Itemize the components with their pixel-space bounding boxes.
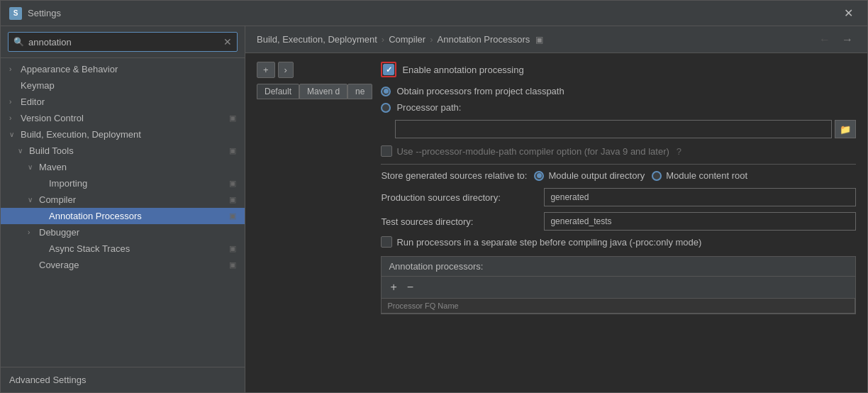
search-input[interactable] xyxy=(8,32,238,52)
sidebar: 🔍 ✕ › Appearance & Behavior Keymap xyxy=(1,26,245,392)
expand-arrow-build-exec: ∨ xyxy=(9,131,18,138)
store-sources-label: Store generated sources relative to: xyxy=(381,170,527,181)
search-icon: 🔍 xyxy=(13,37,24,47)
sidebar-item-compiler[interactable]: ∨ Compiler ▣ xyxy=(1,192,245,208)
ap-toolbar: + − xyxy=(382,277,855,299)
ap-col-header: Processor FQ Name xyxy=(382,299,855,313)
module-content-label: Module content root xyxy=(666,170,747,181)
use-module-path-label: Use --processor-module-path compiler opt… xyxy=(396,146,669,157)
breadcrumb-part-1: Build, Execution, Deployment xyxy=(257,34,377,45)
expand-arrow-editor: › xyxy=(9,98,18,106)
tab-new[interactable]: ne xyxy=(347,84,372,99)
test-sources-label: Test sources directory: xyxy=(381,216,537,227)
sidebar-item-annotation-processors[interactable]: Annotation Processors ▣ xyxy=(1,208,245,224)
forward-button[interactable]: → xyxy=(839,32,856,48)
nav-tree: › Appearance & Behavior Keymap › Editor … xyxy=(1,58,245,367)
module-content-radio[interactable] xyxy=(652,171,662,181)
window-title: Settings xyxy=(28,8,838,18)
sidebar-item-importing[interactable]: Importing ▣ xyxy=(1,175,245,192)
module-output-radio[interactable] xyxy=(534,171,544,181)
arrow-button[interactable]: › xyxy=(278,62,294,78)
advanced-settings-label: Advanced Settings xyxy=(9,375,86,385)
module-output-label: Module output directory xyxy=(548,170,645,181)
expand-arrow-debugger: › xyxy=(28,228,36,236)
ap-section-header: Annotation processors: xyxy=(382,257,855,277)
sidebar-item-label: Maven xyxy=(39,162,236,172)
tab-maven[interactable]: Maven d xyxy=(299,84,347,99)
ap-remove-button[interactable]: − xyxy=(404,279,416,295)
ap-add-button[interactable]: + xyxy=(387,279,399,295)
obtain-processors-label: Obtain processors from project classpath xyxy=(396,86,564,96)
pin-icon-build-tools: ▣ xyxy=(229,146,236,155)
sidebar-item-label: Build Tools xyxy=(29,145,226,156)
advanced-settings-item[interactable]: Advanced Settings xyxy=(1,367,245,392)
processor-path-label: Processor path: xyxy=(396,102,461,113)
sidebar-item-coverage[interactable]: Coverage ▣ xyxy=(1,257,245,273)
settings-window: S Settings ✕ 🔍 ✕ › Appearance & Behavior xyxy=(0,0,868,393)
sidebar-item-version-control[interactable]: › Version Control ▣ xyxy=(1,110,245,126)
test-sources-row: Test sources directory: xyxy=(381,212,856,231)
expand-arrow-appearance: › xyxy=(9,65,18,73)
pin-icon-importing: ▣ xyxy=(229,179,236,188)
processor-path-row: Processor path: xyxy=(381,102,856,113)
sidebar-item-maven[interactable]: ∨ Maven xyxy=(1,159,245,175)
search-wrapper: 🔍 ✕ xyxy=(8,32,238,52)
separator xyxy=(381,164,856,165)
breadcrumb-sep-1: › xyxy=(382,34,384,45)
sidebar-item-label: Build, Execution, Deployment xyxy=(21,129,236,140)
enable-annotation-checkbox[interactable] xyxy=(383,64,394,75)
processor-path-radio[interactable] xyxy=(381,103,391,113)
close-button[interactable]: ✕ xyxy=(838,4,859,23)
sidebar-item-async-stack[interactable]: Async Stack Traces ▣ xyxy=(1,240,245,257)
obtain-processors-row: Obtain processors from project classpath xyxy=(381,86,856,96)
prod-sources-label: Production sources directory: xyxy=(381,192,537,203)
app-icon: S xyxy=(9,7,22,20)
run-processors-checkbox[interactable] xyxy=(381,236,392,248)
breadcrumb-collapse-btn[interactable]: ▣ xyxy=(535,35,543,45)
search-clear-button[interactable]: ✕ xyxy=(223,36,232,48)
sidebar-item-label: Appearance & Behavior xyxy=(21,64,236,74)
pin-icon-compiler: ▣ xyxy=(229,195,236,204)
pin-icon-ap: ▣ xyxy=(229,211,236,221)
expand-arrow-maven: ∨ xyxy=(28,163,36,171)
sidebar-item-label: Version Control xyxy=(21,113,226,123)
module-content-radio-group: Module content root xyxy=(652,170,747,181)
use-module-path-row: Use --processor-module-path compiler opt… xyxy=(381,145,856,157)
sidebar-item-label: Debugger xyxy=(39,227,236,238)
sidebar-item-build-exec[interactable]: ∨ Build, Execution, Deployment xyxy=(1,126,245,143)
ap-table-header: Processor FQ Name xyxy=(382,299,855,314)
tab-default[interactable]: Default xyxy=(257,84,299,99)
sidebar-item-label: Keymap xyxy=(21,80,236,91)
store-sources-row: Store generated sources relative to: Mod… xyxy=(381,170,856,181)
add-button[interactable]: + xyxy=(257,62,275,78)
sidebar-item-build-tools[interactable]: ∨ Build Tools ▣ xyxy=(1,143,245,159)
test-sources-input[interactable] xyxy=(544,212,856,231)
sidebar-item-label: Compiler xyxy=(39,194,226,205)
enable-checkbox-highlight xyxy=(381,62,396,77)
breadcrumb-nav: ← → xyxy=(816,32,856,48)
annotation-processors-section: Annotation processors: + − Processor FQ … xyxy=(381,256,856,314)
prod-sources-input[interactable] xyxy=(544,188,856,206)
expand-arrow-vc: › xyxy=(9,114,18,122)
back-button[interactable]: ← xyxy=(816,32,833,48)
help-icon: ? xyxy=(677,146,681,157)
run-processors-row: Run processors in a separate step before… xyxy=(381,236,856,248)
sidebar-item-editor[interactable]: › Editor xyxy=(1,94,245,110)
sidebar-item-label: Async Stack Traces xyxy=(49,243,226,254)
enable-annotation-label: Enable annotation processing xyxy=(402,65,523,75)
prod-sources-row: Production sources directory: xyxy=(381,188,856,206)
sidebar-item-appearance[interactable]: › Appearance & Behavior xyxy=(1,61,245,77)
use-module-path-checkbox[interactable] xyxy=(381,145,392,157)
browse-button[interactable]: 📁 xyxy=(835,120,856,138)
sidebar-item-label: Importing xyxy=(49,178,226,189)
sidebar-item-keymap[interactable]: Keymap xyxy=(1,77,245,94)
panel-content: + › Default Maven d ne xyxy=(245,53,867,392)
expand-arrow-build-tools: ∨ xyxy=(18,147,26,155)
pin-icon-coverage: ▣ xyxy=(229,260,236,270)
main-panel: Build, Execution, Deployment › Compiler … xyxy=(245,26,867,392)
search-container: 🔍 ✕ xyxy=(1,26,245,58)
title-bar: S Settings ✕ xyxy=(1,1,867,26)
processor-path-input[interactable] xyxy=(395,120,832,138)
sidebar-item-debugger[interactable]: › Debugger xyxy=(1,224,245,240)
obtain-processors-radio[interactable] xyxy=(381,87,391,96)
